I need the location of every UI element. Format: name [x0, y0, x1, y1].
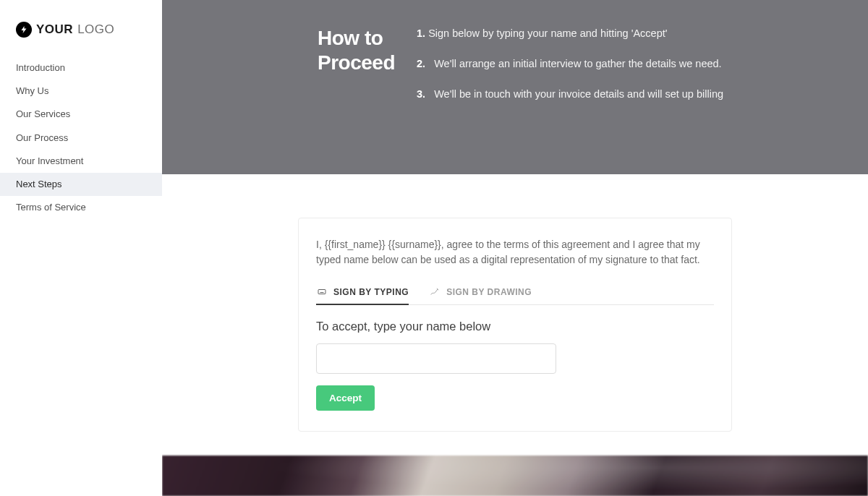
step-text: We'll arrange an initial interview to ga… [434, 58, 721, 69]
sidebar-item-introduction[interactable]: Introduction [0, 56, 162, 80]
page-title: How to Proceed [318, 26, 395, 74]
sidebar: YOURLOGO Introduction Why Us Our Service… [0, 0, 162, 496]
brand-logo: YOURLOGO [0, 0, 162, 52]
signature-tabs: SIGN BY TYPING SIGN BY DRAWING [316, 286, 714, 305]
tab-label: SIGN BY DRAWING [446, 287, 532, 297]
step-1: 1. Sign below by typing your name and hi… [417, 26, 796, 42]
sidebar-item-terms-of-service[interactable]: Terms of Service [0, 196, 162, 219]
tab-sign-by-typing[interactable]: SIGN BY TYPING [316, 286, 409, 305]
bolt-icon [16, 22, 32, 38]
sidebar-item-why-us[interactable]: Why Us [0, 80, 162, 103]
signature-area: I, {{first_name}} {{surname}}, agree to … [162, 174, 868, 489]
step-2: 2. We'll arrange an initial interview to… [417, 56, 796, 72]
logo-text-light: LOGO [77, 22, 114, 37]
footer-background-image [162, 456, 868, 496]
sidebar-item-next-steps[interactable]: Next Steps [0, 173, 162, 196]
sidebar-item-your-investment[interactable]: Your Investment [0, 150, 162, 173]
sidebar-nav: Introduction Why Us Our Services Our Pro… [0, 52, 162, 219]
tab-label: SIGN BY TYPING [333, 287, 409, 297]
accept-instruction: To accept, type your name below [316, 320, 714, 333]
proceed-steps: 1. Sign below by typing your name and hi… [417, 26, 839, 153]
sidebar-item-our-services[interactable]: Our Services [0, 103, 162, 126]
step-text: We'll be in touch with your invoice deta… [434, 88, 723, 100]
sidebar-item-our-process[interactable]: Our Process [0, 127, 162, 150]
pen-icon [429, 286, 441, 298]
svg-rect-0 [318, 290, 326, 294]
keyboard-icon [316, 286, 328, 298]
step-3: 3. We'll be in touch with your invoice d… [417, 87, 796, 103]
step-number: 3. [417, 88, 425, 100]
signature-name-input[interactable] [316, 343, 556, 374]
signature-card: I, {{first_name}} {{surname}}, agree to … [298, 218, 732, 432]
step-number: 2. [417, 58, 425, 69]
main-content: How to Proceed 1. Sign below by typing y… [162, 0, 868, 496]
agreement-text: I, {{first_name}} {{surname}}, agree to … [316, 237, 714, 268]
step-number: 1. [417, 27, 425, 39]
accept-button[interactable]: Accept [316, 385, 375, 411]
step-text: Sign below by typing your name and hitti… [428, 27, 667, 39]
header-panel: How to Proceed 1. Sign below by typing y… [162, 0, 868, 174]
tab-sign-by-drawing[interactable]: SIGN BY DRAWING [429, 286, 532, 305]
logo-text-bold: YOUR [36, 22, 73, 37]
